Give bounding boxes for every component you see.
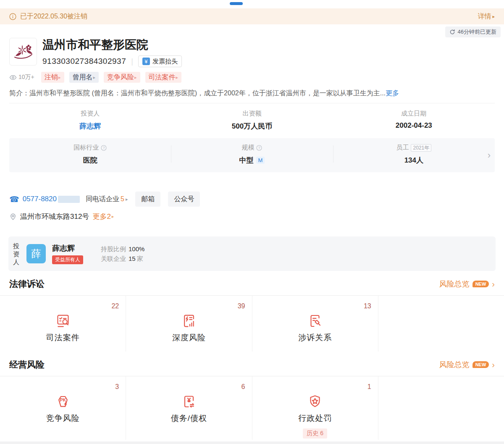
top-strip (0, 0, 504, 8)
section-title-legal: 法律诉讼 (9, 278, 45, 290)
fact-label-capital: 出资额 (171, 110, 333, 118)
card-count: 39 (238, 302, 245, 310)
update-status-text: 46分钟前已更新 (458, 28, 496, 36)
deregistration-banner: 已于2022.05.30被注销 详情▸ (0, 8, 504, 24)
card-count: 6 (242, 383, 245, 391)
svg-text:?: ? (103, 146, 105, 150)
competition-risk-icon: PK (55, 393, 71, 410)
caret-icon: ▸ (58, 75, 61, 80)
scale-m-badge: M (256, 157, 265, 164)
judicial-case-icon (55, 313, 71, 329)
fact-label-industry: 国标行业 (74, 144, 99, 152)
litigation-relation-icon (307, 313, 323, 329)
card-count: 3 (115, 383, 119, 391)
company-logo (9, 38, 37, 66)
fact-value-industry: 医院 (9, 155, 171, 165)
fact-label-scale: 规模 (242, 144, 254, 152)
deep-risk-icon (181, 313, 197, 329)
help-icon[interactable]: ? (101, 145, 107, 151)
footer-band (0, 441, 504, 444)
location-pin-icon (9, 213, 17, 221)
card-label: 司法案件 (0, 332, 126, 343)
staff-year-badge: 2021年 (411, 144, 431, 152)
view-count: 10万+ (9, 74, 41, 81)
card-competition-risk[interactable]: 3 PK 竞争风险 (0, 376, 126, 440)
card-debt-credit[interactable]: 6 债务/债权 (126, 376, 252, 440)
invoice-title-button[interactable]: ¥ 发票抬头 (138, 55, 182, 67)
banner-detail-link[interactable]: 详情▸ (478, 12, 495, 21)
svg-text:PK: PK (60, 398, 66, 402)
tag-former-name[interactable]: 曾用名▸ (69, 72, 99, 83)
new-badge: NEW (472, 281, 489, 287)
phone-number-redacted (58, 196, 80, 203)
risk-overview-link[interactable]: 风险总览 NEW › (439, 360, 495, 370)
tag-judicial-case[interactable]: 司法案件▸ (145, 72, 182, 83)
debt-icon (181, 393, 197, 410)
card-count: 1 (368, 383, 371, 391)
card-judicial-cases[interactable]: 22 司法案件 (0, 296, 126, 352)
svg-text:?: ? (258, 146, 260, 150)
intro-label: 简介： (9, 89, 29, 97)
card-label: 行政处罚 (252, 413, 378, 424)
fact-value-founded: 2002-04-23 (333, 121, 495, 130)
risk-overview-link[interactable]: 风险总览 NEW › (439, 279, 495, 289)
card-admin-penalty[interactable]: 1 行政处罚 历史 6 (252, 376, 378, 440)
caret-icon: ▸ (134, 75, 137, 80)
chevron-right-icon: › (492, 280, 495, 288)
phone-icon: ☎ (9, 194, 19, 204)
info-circle-icon (9, 13, 16, 20)
share-ratio-row: 持股比例100% (101, 244, 144, 254)
company-intro: 简介：温州市和平整形医院 (曾用名：温州市和平烧伤整形医院)，成立于2002年，… (9, 88, 495, 98)
card-deep-risk[interactable]: 39 深度风险 (126, 296, 252, 352)
chevron-right-icon[interactable]: › (488, 150, 491, 161)
help-icon[interactable]: ? (256, 145, 262, 151)
caret-icon: ▸ (126, 197, 128, 202)
fact-label-founded: 成立日期 (333, 110, 495, 118)
fact-label-investor: 投资人 (9, 110, 171, 118)
card-label: 竞争风险 (0, 413, 126, 424)
address-text: 温州市环城东路312号 (20, 212, 89, 221)
refresh-icon (449, 29, 455, 35)
caret-icon: ▸ (93, 75, 96, 80)
investor-avatar[interactable]: 薛 (26, 244, 46, 263)
fact-value-investor[interactable]: 薛志辉 (9, 121, 171, 131)
phone-number[interactable]: 0577-8820 (23, 195, 57, 203)
admin-penalty-icon (307, 393, 323, 410)
banner-text: 已于2022.05.30被注销 (20, 12, 87, 21)
fact-value-scale: 中型 (239, 155, 254, 165)
fact-label-staff: 员工 (396, 144, 409, 152)
fact-value-staff: 134人 (333, 155, 495, 165)
beneficiary-badge[interactable]: 受益所有人 (52, 255, 83, 264)
caret-icon: ▸ (112, 214, 114, 219)
new-badge: NEW (472, 361, 489, 368)
same-phone-link[interactable]: 同电话企业 5 ▸ (86, 195, 128, 204)
investor-side-label: 投资人 (13, 242, 20, 266)
facts-band: 国标行业 ? 医院 规模 ? 中型 M 员工 2021年 (9, 138, 495, 172)
email-button[interactable]: 邮箱 (135, 192, 160, 207)
caret-icon: ▸ (492, 14, 495, 19)
card-label: 债务/债权 (126, 413, 252, 424)
card-count: 22 (111, 302, 119, 310)
fact-value-capital: 500万人民币 (171, 121, 333, 131)
company-name: 温州市和平整形医院 (42, 38, 182, 52)
separator: | (131, 57, 133, 66)
same-phone-count: 5 (121, 195, 124, 203)
active-tab-indicator (230, 2, 243, 5)
wechat-official-button[interactable]: 公众号 (168, 192, 200, 207)
tag-deregistered[interactable]: 注销▸ (41, 72, 64, 83)
address-more-link[interactable]: 更多2▸ (92, 212, 114, 221)
caret-icon: ▸ (176, 75, 178, 80)
tag-competition-risk[interactable]: 竞争风险▸ (104, 72, 140, 83)
chevron-right-icon: › (492, 360, 495, 369)
card-label: 涉诉关系 (252, 332, 378, 343)
update-status-badge[interactable]: 46分钟前已更新 (445, 26, 501, 37)
investor-name[interactable]: 薛志辉 (52, 243, 83, 253)
section-title-operating: 经营风险 (9, 359, 45, 370)
history-badge[interactable]: 历史 6 (303, 428, 327, 439)
credit-code: 913303027384302937 (42, 57, 126, 66)
card-litigation-relations[interactable]: 13 涉诉关系 (252, 296, 378, 352)
eye-icon (9, 75, 17, 80)
intro-more-link[interactable]: 更多 (386, 89, 399, 97)
card-label: 深度风险 (126, 332, 252, 343)
invoice-yuan-icon: ¥ (142, 58, 150, 65)
